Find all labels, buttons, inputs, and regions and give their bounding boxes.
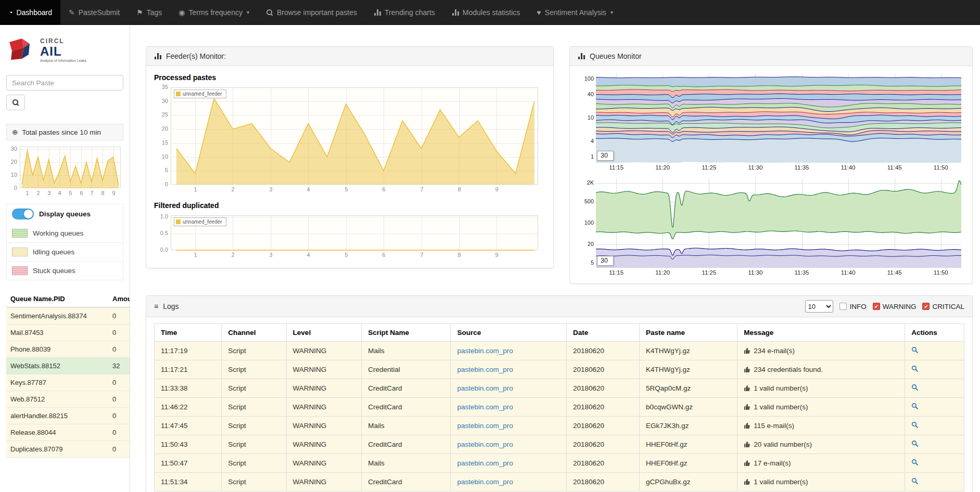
source-link[interactable]: pastebin.com_pro	[457, 459, 513, 467]
logs-table: TimeChannelLevelScript NameSourceDatePas…	[154, 323, 964, 491]
search-paste-input[interactable]	[6, 75, 123, 90]
view-paste-button[interactable]	[911, 346, 919, 355]
queue-name: WebStats.88152	[6, 358, 108, 374]
display-queues-toggle[interactable]	[12, 209, 34, 219]
processed-pastes-title: Processed pastes	[154, 73, 545, 82]
main-content: Feeder(s) Monitor: Processed pastes Filt…	[130, 25, 980, 492]
total-pastes-header: ⊕ Total pastes since 10 min	[6, 124, 123, 140]
chart-bars-icon	[578, 53, 585, 59]
log-source: pastebin.com_pro	[451, 417, 567, 435]
eye-icon: ◉	[179, 8, 185, 17]
view-paste-button[interactable]	[911, 384, 919, 393]
filtered-duplicated-title: Filtered duplicated	[154, 201, 545, 210]
search-button[interactable]	[6, 95, 25, 110]
col-source: Source	[451, 324, 567, 342]
queue-amount: 0	[108, 408, 130, 424]
edit-icon: ✎	[69, 8, 75, 17]
log-time: 11:46:22	[155, 398, 222, 417]
log-actions	[905, 417, 964, 435]
queue-row: Duplicates.870790	[6, 441, 130, 458]
log-script-name: CreditCard	[362, 435, 451, 454]
nav-browse-important-pastes[interactable]: Browse important pastes	[258, 0, 365, 24]
queues-size-chart	[576, 176, 965, 278]
log-message-text: 1 valid number(s)	[754, 403, 808, 411]
log-source: pastebin.com_pro	[451, 342, 567, 360]
queue-row: alertHandler.882150	[6, 408, 130, 424]
nav-label: Modules statistics	[463, 8, 520, 17]
queue-table-wrap: Queue Name.PID Amount SentimentAnalysis.…	[6, 291, 123, 458]
source-link[interactable]: pastebin.com_pro	[457, 441, 513, 448]
log-date: 20180620	[566, 454, 639, 473]
source-link[interactable]: pastebin.com_pro	[457, 366, 513, 373]
roll-period-input[interactable]: 30	[597, 256, 614, 266]
queue-amount: 0	[108, 341, 130, 358]
nav-label: Terms frequency	[188, 8, 242, 17]
col-actions: Actions	[905, 324, 964, 342]
circl-ail-logo[interactable]: CIRCL AIL Analysis of Information Leaks	[6, 33, 123, 67]
filter-info[interactable]: INFO	[839, 303, 866, 310]
roll-period-input[interactable]: 30	[597, 151, 614, 161]
log-paste-name: HHEF0tHf.gz	[640, 435, 737, 454]
source-link[interactable]: pastebin.com_pro	[457, 347, 513, 355]
queue-amount: 0	[108, 391, 130, 408]
view-paste-button[interactable]	[911, 477, 919, 486]
nav-label: Browse important pastes	[277, 8, 357, 17]
chart-bars-icon	[154, 53, 161, 59]
log-channel: Script	[222, 473, 286, 491]
source-link[interactable]: pastebin.com_pro	[457, 422, 513, 430]
col-channel: Channel	[222, 324, 286, 342]
zoom-icon	[911, 459, 919, 466]
nav-trending-charts[interactable]: Trending charts	[365, 0, 443, 24]
globe-icon: ⊕	[12, 128, 18, 136]
view-paste-button[interactable]	[911, 459, 919, 468]
thumbs-up-icon	[744, 347, 750, 354]
log-script-name: Mails	[362, 417, 451, 435]
dashboard-icon: ◔	[8, 8, 12, 17]
queue-amount: 0	[108, 325, 130, 341]
col-script-name: Script Name	[362, 324, 451, 342]
view-paste-button[interactable]	[911, 421, 919, 430]
log-time: 11:51:34	[155, 473, 222, 491]
log-actions	[905, 454, 964, 473]
log-date: 20180620	[566, 473, 639, 491]
queue-amount: 0	[108, 307, 130, 325]
log-source: pastebin.com_pro	[451, 454, 567, 473]
log-level: WARNING	[286, 417, 362, 435]
view-paste-button[interactable]	[911, 403, 919, 411]
nav-tags[interactable]: ⚑Tags	[128, 0, 170, 24]
log-message: 234 credentials found.	[737, 360, 905, 379]
filter-warning[interactable]: WARNING	[873, 303, 917, 310]
nav-label: Tags	[147, 8, 162, 17]
logo-product: AIL	[40, 45, 86, 58]
view-paste-button[interactable]	[911, 440, 919, 449]
queue-table: Queue Name.PID Amount SentimentAnalysis.…	[6, 291, 130, 458]
total-pastes-title: Total pastes since 10 min	[22, 128, 101, 136]
queue-row: Release.880440	[6, 424, 130, 441]
queue-name: Mail.87453	[6, 325, 108, 341]
nav-terms-frequency[interactable]: ◉Terms frequency▾	[170, 0, 258, 24]
nav-modules-statistics[interactable]: Modules statistics	[443, 0, 528, 24]
log-level: WARNING	[286, 342, 362, 360]
col-queue-name-pid: Queue Name.PID	[6, 291, 108, 307]
page-size-select[interactable]: 10	[805, 300, 833, 313]
feeder-panel-title: Feeder(s) Monitor:	[166, 52, 226, 60]
source-link[interactable]: pastebin.com_pro	[457, 478, 513, 486]
zoom-icon	[911, 365, 919, 372]
caret-down-icon: ▾	[610, 9, 613, 15]
logs-panel-header: ≡ Logs 10 INFOWARNINGCRITICAL	[146, 296, 972, 317]
queue-amount: 0	[108, 374, 130, 391]
log-row: 11:46:22ScriptWARNINGCreditCardpastebin.…	[155, 398, 964, 417]
view-paste-button[interactable]	[911, 365, 919, 374]
nav-sentiment-analysis[interactable]: ♥Sentiment Analysis▾	[528, 0, 621, 24]
thumbs-up-icon	[744, 478, 750, 485]
log-row: 11:17:19ScriptWARNINGMailspastebin.com_p…	[155, 342, 964, 360]
source-link[interactable]: pastebin.com_pro	[457, 403, 513, 411]
queue-row: Keys.877870	[6, 374, 130, 391]
nav-pastesubmit[interactable]: ✎PasteSubmit	[60, 0, 128, 24]
log-paste-name: K4THWgYj.gz	[640, 342, 737, 360]
nav-dashboard[interactable]: ◔Dashboard	[0, 0, 60, 24]
nav-label: PasteSubmit	[79, 8, 120, 17]
log-date: 20180620	[566, 417, 639, 435]
source-link[interactable]: pastebin.com_pro	[457, 384, 513, 392]
filter-critical[interactable]: CRITICAL	[922, 303, 964, 310]
